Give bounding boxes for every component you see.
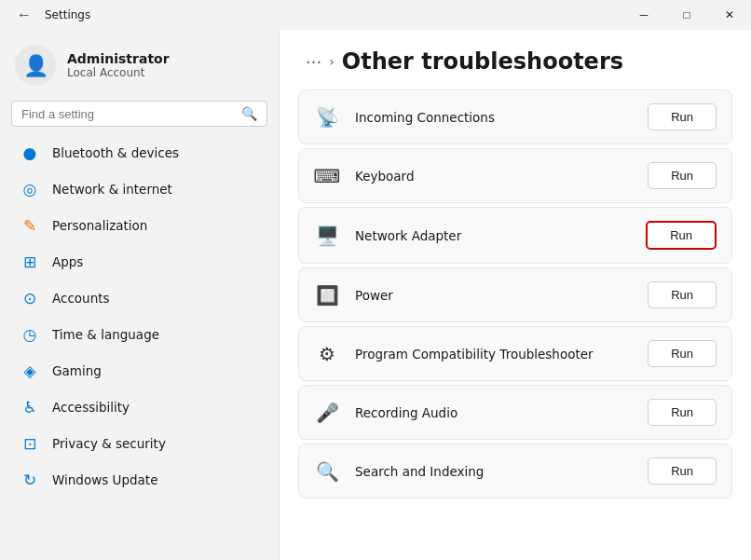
network-adapter-icon: 🖥️ xyxy=(314,223,340,249)
run-button-power[interactable]: Run xyxy=(648,281,717,308)
user-icon: 👤 xyxy=(23,54,48,77)
content-area: ··· › Other troubleshooters 📡 Incoming C… xyxy=(280,30,751,560)
profile-sub: Local Account xyxy=(67,66,170,79)
run-button-search-indexing[interactable]: Run xyxy=(648,458,717,485)
troubleshooter-item-incoming: 📡 Incoming Connections Run xyxy=(298,89,732,144)
profile-text: Administrator Local Account xyxy=(67,51,170,79)
run-button-incoming[interactable]: Run xyxy=(648,103,717,130)
troubleshooter-item-keyboard: ⌨️ Keyboard Run xyxy=(298,148,732,203)
troubleshooter-label: Incoming Connections xyxy=(355,110,633,125)
keyboard-icon: ⌨️ xyxy=(314,163,340,189)
sidebar-profile[interactable]: 👤 Administrator Local Account xyxy=(0,30,279,97)
program-compat-icon: ⚙️ xyxy=(314,341,340,367)
power-icon: 🔲 xyxy=(314,282,340,308)
sidebar-item-label: Accounts xyxy=(52,291,110,306)
recording-audio-icon: 🎤 xyxy=(314,400,340,426)
bluetooth-icon: ● xyxy=(20,143,39,162)
run-button-program-compat[interactable]: Run xyxy=(648,340,717,367)
privacy-icon: ⊡ xyxy=(20,434,39,453)
troubleshooter-label: Program Compatibility Troubleshooter xyxy=(355,347,633,362)
search-input[interactable] xyxy=(21,107,234,121)
sidebar-item-accessibility[interactable]: ♿ Accessibility xyxy=(6,389,273,425)
breadcrumb-dots[interactable]: ··· xyxy=(306,52,321,72)
time-icon: ◷ xyxy=(20,325,39,344)
network-icon: ◎ xyxy=(20,180,39,198)
troubleshooter-label: Power xyxy=(355,288,633,303)
troubleshooter-list: 📡 Incoming Connections Run ⌨️ Keyboard R… xyxy=(280,89,751,517)
run-button-keyboard[interactable]: Run xyxy=(648,162,717,189)
gaming-icon: ◈ xyxy=(20,362,39,380)
troubleshooter-item-program-compat: ⚙️ Program Compatibility Troubleshooter … xyxy=(298,326,732,381)
troubleshooter-label: Search and Indexing xyxy=(355,464,633,479)
sidebar-item-bluetooth[interactable]: ● Bluetooth & devices xyxy=(6,135,273,171)
personalization-icon: ✎ xyxy=(20,216,39,235)
search-icon: 🔍 xyxy=(241,106,257,121)
run-button-recording-audio[interactable]: Run xyxy=(648,399,717,426)
page-title: Other troubleshooters xyxy=(342,48,623,75)
titlebar: ← Settings ─ □ ✕ xyxy=(0,0,751,30)
sidebar-item-gaming[interactable]: ◈ Gaming xyxy=(6,353,273,389)
sidebar-item-label: Accessibility xyxy=(52,400,130,415)
search-box[interactable]: 🔍 xyxy=(11,101,267,127)
sidebar-item-label: Bluetooth & devices xyxy=(52,145,179,160)
maximize-button[interactable]: □ xyxy=(665,0,708,30)
troubleshooter-label: Keyboard xyxy=(355,169,633,184)
search-indexing-icon: 🔍 xyxy=(314,458,340,485)
troubleshooter-item-search-indexing: 🔍 Search and Indexing Run xyxy=(298,444,732,499)
titlebar-controls: ─ □ ✕ xyxy=(622,0,751,30)
titlebar-left: ← Settings xyxy=(11,3,90,27)
app-body: 👤 Administrator Local Account 🔍 ● Blueto… xyxy=(0,30,751,560)
sidebar-item-accounts[interactable]: ⊙ Accounts xyxy=(6,280,273,316)
sidebar-item-update[interactable]: ↻ Windows Update xyxy=(6,462,273,498)
troubleshooter-label: Recording Audio xyxy=(355,405,633,420)
sidebar-item-label: Gaming xyxy=(52,363,102,378)
back-button[interactable]: ← xyxy=(11,3,37,27)
sidebar-item-network[interactable]: ◎ Network & internet xyxy=(6,171,273,207)
sidebar-item-privacy[interactable]: ⊡ Privacy & security xyxy=(6,426,273,461)
troubleshooter-label: Network Adapter xyxy=(355,228,631,243)
profile-name: Administrator xyxy=(67,51,170,66)
sidebar-item-label: Apps xyxy=(52,254,83,269)
apps-icon: ⊞ xyxy=(20,253,39,271)
sidebar-item-label: Privacy & security xyxy=(52,436,166,451)
accessibility-icon: ♿ xyxy=(20,398,39,417)
update-icon: ↻ xyxy=(20,471,39,489)
run-button-network-adapter[interactable]: Run xyxy=(646,221,717,250)
sidebar: 👤 Administrator Local Account 🔍 ● Blueto… xyxy=(0,30,280,560)
sidebar-item-apps[interactable]: ⊞ Apps xyxy=(6,244,273,280)
sidebar-item-label: Personalization xyxy=(52,218,147,233)
content-header: ··· › Other troubleshooters xyxy=(280,30,751,89)
minimize-button[interactable]: ─ xyxy=(622,0,665,30)
sidebar-nav: ● Bluetooth & devices ◎ Network & intern… xyxy=(0,134,279,560)
troubleshooter-item-network-adapter: 🖥️ Network Adapter Run xyxy=(298,207,732,264)
titlebar-title: Settings xyxy=(45,8,90,21)
incoming-icon: 📡 xyxy=(314,104,340,130)
sidebar-item-label: Windows Update xyxy=(52,472,157,487)
sidebar-item-label: Time & language xyxy=(52,327,159,342)
troubleshooter-item-power: 🔲 Power Run xyxy=(298,267,732,322)
breadcrumb-arrow: › xyxy=(329,54,335,69)
sidebar-item-label: Network & internet xyxy=(52,182,172,197)
accounts-icon: ⊙ xyxy=(20,289,39,307)
troubleshooter-item-recording-audio: 🎤 Recording Audio Run xyxy=(298,385,732,440)
avatar: 👤 xyxy=(15,45,56,86)
close-button[interactable]: ✕ xyxy=(708,0,751,30)
sidebar-item-personalization[interactable]: ✎ Personalization xyxy=(6,208,273,243)
sidebar-item-time[interactable]: ◷ Time & language xyxy=(6,317,273,352)
